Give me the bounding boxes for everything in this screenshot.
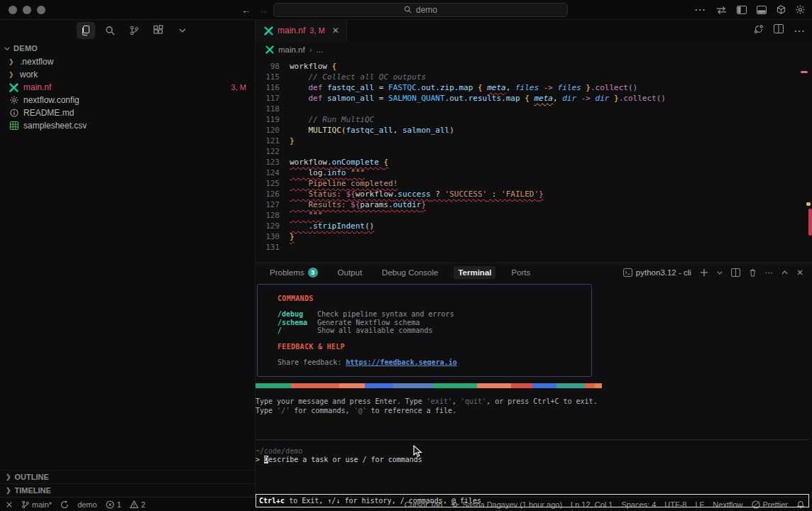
- explorer-icon[interactable]: [77, 22, 95, 39]
- code-text: log.info """: [290, 167, 365, 178]
- file-item-samplesheet-csv[interactable]: samplesheet.csv: [0, 119, 255, 132]
- run-workflow-icon[interactable]: [754, 24, 764, 34]
- status-label: demo: [77, 500, 97, 509]
- file-item--nextflow[interactable]: ❯.nextflow: [0, 55, 255, 68]
- code-text: def salmon_all = SALMON_QUANT.out.result…: [290, 93, 666, 104]
- line-number: 127: [256, 199, 280, 210]
- chevron-down-icon[interactable]: [173, 22, 192, 39]
- terminal-command-row: /Show all available commands: [278, 326, 591, 335]
- rainbow-segment: [585, 383, 595, 388]
- panel-tabs: Problems3OutputDebug ConsoleTerminalPort…: [256, 263, 812, 282]
- nextflow-icon: [265, 45, 274, 54]
- panel-tab-debug-console[interactable]: Debug Console: [378, 266, 442, 279]
- tab-main-nf[interactable]: main.nf 3, M ✕: [256, 20, 347, 41]
- command-description: Generate Nextflow schema: [317, 319, 420, 327]
- status-sync[interactable]: [60, 500, 69, 509]
- code-text: MULTIQC(fastqc_all, salmon_all): [290, 125, 454, 136]
- ruler-mark-error: [808, 209, 812, 236]
- panel-tab-label: Problems: [270, 268, 304, 277]
- nextflow-icon: [264, 26, 273, 35]
- breadcrumb[interactable]: main.nf › ...: [256, 41, 812, 58]
- file-item-work[interactable]: ❯work: [0, 68, 255, 81]
- status-remote[interactable]: [6, 501, 13, 508]
- code-text: Results: ${params.outdir}: [290, 199, 426, 210]
- back-icon[interactable]: ←: [241, 4, 251, 16]
- layout-sidebar-icon[interactable]: [737, 6, 747, 14]
- file-label: main.nf: [23, 82, 51, 92]
- source-control-icon[interactable]: [125, 22, 143, 39]
- line-number: 122: [256, 146, 280, 157]
- line-number: 129: [256, 221, 280, 231]
- file-item-readme-md[interactable]: README.md: [0, 106, 255, 119]
- status-2[interactable]: 2: [130, 500, 146, 509]
- zoom-window-button[interactable]: [37, 6, 45, 14]
- panel-tab-label: Ports: [511, 268, 530, 277]
- file-item-main-nf[interactable]: main.nf3, M: [0, 81, 255, 94]
- close-window-button[interactable]: [9, 6, 17, 14]
- panel-tab-output[interactable]: Output: [334, 266, 367, 279]
- swap-arrows-icon[interactable]: [716, 6, 727, 14]
- remote-icon: [6, 501, 13, 508]
- terminal-shell-label[interactable]: python3.12 - cli: [623, 268, 691, 277]
- breadcrumb-symbol[interactable]: ...: [317, 45, 324, 54]
- cube-icon[interactable]: [777, 5, 786, 14]
- feedback-link[interactable]: https://feedback.seqera.io: [346, 358, 457, 366]
- chevron-right-icon: ❯: [6, 487, 11, 494]
- code-line: 124 log.info """: [256, 167, 812, 178]
- editor-more-actions-icon[interactable]: ⋯: [794, 24, 805, 38]
- status-demo[interactable]: demo: [77, 500, 97, 509]
- command-name: /: [278, 326, 317, 335]
- file-label: samplesheet.csv: [23, 121, 87, 131]
- chevron-right-icon: ❯: [9, 71, 16, 78]
- split-editor-icon[interactable]: [774, 24, 784, 33]
- code-line: 98workflow {: [256, 61, 812, 72]
- split-terminal-icon[interactable]: [731, 268, 740, 277]
- terminal[interactable]: COMMANDS /debugCheck pipeline syntax and…: [256, 282, 812, 497]
- outline-section[interactable]: ❯ OUTLINE: [0, 470, 255, 483]
- new-terminal-icon[interactable]: [700, 268, 708, 277]
- terminal-commands-box: COMMANDS /debugCheck pipeline syntax and…: [257, 284, 592, 377]
- panel-more-actions-icon[interactable]: ⋯: [765, 268, 774, 278]
- code-text: Pipeline completed!: [290, 178, 397, 189]
- editor-tab-bar: main.nf 3, M ✕ ⋯: [256, 20, 812, 41]
- close-panel-icon[interactable]: ✕: [796, 268, 803, 278]
- panel-tab-ports[interactable]: Ports: [507, 266, 534, 279]
- sidebar: DEMO ❯.nextflow❯workmain.nf3, Mnextflow.…: [0, 20, 256, 497]
- maximize-panel-icon[interactable]: [781, 270, 788, 275]
- command-center-search[interactable]: demo: [273, 3, 568, 17]
- tab-label: main.nf: [278, 26, 305, 35]
- extensions-icon[interactable]: [149, 22, 168, 39]
- code-editor[interactable]: 98workflow {115 // Collect all QC output…: [256, 58, 812, 263]
- timeline-section[interactable]: ❯ TIMELINE: [0, 483, 255, 497]
- more-actions-icon[interactable]: ⋯: [694, 3, 706, 16]
- activity-bar: [0, 20, 255, 41]
- kill-terminal-icon[interactable]: [749, 268, 757, 277]
- terminal-prompt[interactable]: > Describe a task or use / for commands: [256, 456, 422, 463]
- gear-icon[interactable]: [796, 5, 805, 14]
- status-label: 2: [141, 500, 146, 509]
- minimize-window-button[interactable]: [23, 6, 31, 14]
- terminal-input-hint-bar: Ctrl+c to Exit, ↑/↓ for history, / comma…: [256, 494, 809, 507]
- explorer-root[interactable]: DEMO: [0, 41, 255, 55]
- terminal-dropdown-icon[interactable]: [717, 271, 723, 275]
- line-number: 131: [256, 242, 280, 253]
- panel-tab-terminal[interactable]: Terminal: [454, 266, 495, 279]
- close-tab-icon[interactable]: ✕: [332, 26, 339, 35]
- terminal-divider: [256, 439, 809, 440]
- chevron-right-icon: ❯: [9, 58, 16, 65]
- status-1[interactable]: 1: [106, 500, 121, 509]
- search-icon[interactable]: [101, 22, 119, 39]
- search-value: demo: [416, 5, 437, 15]
- code-text: workflow {: [290, 61, 336, 72]
- panel-tab-problems[interactable]: Problems3: [265, 265, 322, 280]
- sync-icon: [60, 500, 69, 509]
- status-main[interactable]: main*: [21, 500, 52, 509]
- status-label: 1: [117, 500, 121, 509]
- code-text: """: [290, 210, 322, 221]
- code-line: 125 Pipeline completed!: [256, 178, 812, 189]
- layout-panel-icon[interactable]: [757, 6, 767, 14]
- breadcrumb-file[interactable]: main.nf: [278, 45, 305, 54]
- rainbow-segment: [532, 383, 556, 388]
- file-item-nextflow-config[interactable]: nextflow.config: [0, 94, 255, 106]
- file-label: .nextflow: [20, 57, 53, 67]
